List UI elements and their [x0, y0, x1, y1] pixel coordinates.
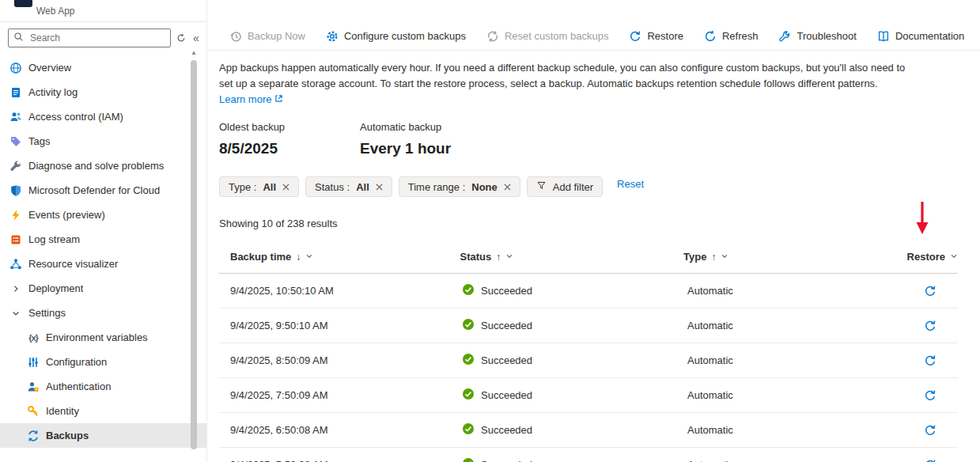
table-row[interactable]: 9/4/2025, 9:50:10 AM Succeeded Automatic — [219, 309, 958, 343]
sidebar-item-activity-log[interactable]: Activity log — [0, 80, 206, 104]
filter-bar: Type :All Status :All Time range :None — [219, 176, 961, 197]
type-cell: Automatic — [687, 354, 913, 366]
tag-icon — [9, 135, 22, 148]
column-header-restore[interactable]: Restore — [907, 251, 958, 263]
sidebar-item-events[interactable]: Events (preview) — [0, 203, 206, 227]
backup-time-cell: 9/4/2025, 6:50:08 AM — [230, 424, 462, 436]
backup-time-cell: 9/4/2025, 8:50:09 AM — [230, 354, 462, 366]
shield-icon — [9, 184, 22, 197]
sort-asc-icon: ↑ — [496, 252, 501, 263]
type-cell: Automatic — [687, 320, 913, 331]
sidebar-item-configuration[interactable]: Configuration — [0, 350, 206, 374]
reset-filters-link[interactable]: Reset — [617, 178, 644, 190]
success-check-icon — [462, 457, 475, 462]
table-row[interactable]: 9/4/2025, 5:50:08 AM Succeeded Automatic — [219, 448, 958, 462]
access-control-icon — [9, 111, 22, 123]
add-filter-button[interactable]: Add filter — [527, 176, 603, 197]
sidebar-item-diagnose[interactable]: Diagnose and solve problems — [0, 153, 206, 178]
remove-filter-icon[interactable] — [376, 184, 383, 191]
sidebar-item-access-control[interactable]: Access control (IAM) — [0, 104, 206, 129]
table-row[interactable]: 9/4/2025, 10:50:10 AM Succeeded Automati… — [219, 274, 958, 309]
column-header-status[interactable]: Status ↑ — [460, 251, 683, 263]
webapp-icon — [14, 0, 32, 7]
type-cell: Automatic — [687, 389, 913, 401]
sidebar-item-overview[interactable]: Overview — [0, 55, 206, 80]
filter-pill-status[interactable]: Status :All — [305, 176, 392, 197]
remove-filter-icon[interactable] — [504, 184, 511, 191]
status-cell: Succeeded — [462, 388, 687, 403]
sidebar-item-environment-variables[interactable]: {x} Environment variables — [0, 325, 206, 350]
sidebar-item-identity[interactable]: Identity — [0, 399, 206, 423]
row-restore-button[interactable] — [924, 320, 936, 332]
refresh-button[interactable]: Refresh — [704, 30, 759, 43]
success-check-icon — [462, 318, 475, 333]
resource-visualizer-icon — [9, 258, 22, 271]
book-icon — [877, 30, 890, 43]
backup-time-cell: 9/4/2025, 9:50:10 AM — [230, 320, 462, 331]
key-icon — [27, 405, 40, 418]
backup-time-cell: 9/4/2025, 10:50:10 AM — [230, 285, 462, 297]
table-row[interactable]: 9/4/2025, 7:50:09 AM Succeeded Automatic — [219, 378, 958, 413]
row-restore-button[interactable] — [924, 459, 936, 462]
backups-icon — [27, 430, 40, 442]
sidebar-item-resource-visualizer[interactable]: Resource visualizer — [0, 252, 206, 276]
type-cell: Automatic — [687, 424, 913, 436]
activity-log-icon — [9, 86, 22, 99]
resource-menu: Overview Activity log Access control (IA… — [0, 52, 206, 448]
menu-refresh-icon[interactable] — [175, 33, 187, 43]
filter-pill-type[interactable]: Type :All — [219, 176, 299, 197]
type-cell: Automatic — [687, 459, 913, 462]
sidebar-group-deployment[interactable]: Deployment — [0, 276, 206, 301]
oldest-backup-stat: Oldest backup 8/5/2025 — [219, 121, 360, 157]
column-header-type[interactable]: Type ↑ — [683, 251, 907, 263]
resource-title: Web App — [36, 6, 74, 17]
restore-cell — [913, 320, 958, 332]
remove-filter-icon[interactable] — [282, 184, 289, 191]
row-restore-button[interactable] — [924, 424, 936, 437]
external-link-icon — [274, 93, 283, 105]
globe-icon — [9, 62, 22, 74]
sidebar-item-tags[interactable]: Tags — [0, 129, 206, 153]
row-restore-button[interactable] — [924, 354, 936, 367]
chevron-down-icon — [950, 251, 958, 263]
row-restore-button[interactable] — [924, 389, 936, 402]
status-cell: Succeeded — [462, 457, 687, 462]
blade-content: App backups happen automatically every h… — [207, 51, 980, 462]
sidebar-item-defender[interactable]: Microsoft Defender for Cloud — [0, 178, 206, 203]
restore-button[interactable]: Restore — [629, 30, 683, 43]
backup-now-button[interactable]: Backup Now — [229, 30, 305, 43]
sidebar-scrollbar[interactable] — [191, 60, 197, 449]
table-row[interactable]: 9/4/2025, 8:50:09 AM Succeeded Automatic — [219, 343, 958, 378]
sort-desc-icon: ↓ — [296, 252, 301, 263]
filter-pill-time-range[interactable]: Time range :None — [399, 176, 520, 197]
column-header-backup-time[interactable]: Backup time ↓ — [230, 251, 460, 263]
configure-custom-backups-button[interactable]: Configure custom backups — [326, 30, 466, 43]
sidebar-item-log-stream[interactable]: Log stream — [0, 227, 206, 252]
search-input[interactable] — [28, 32, 165, 44]
sync-icon — [486, 30, 499, 43]
sliders-icon — [27, 356, 40, 369]
backup-time-cell: 9/4/2025, 5:50:08 AM — [230, 459, 462, 462]
learn-more-link[interactable]: Learn more — [219, 93, 283, 105]
restore-cell — [913, 354, 958, 367]
sidebar-group-settings[interactable]: Settings — [0, 301, 206, 325]
troubleshoot-button[interactable]: Troubleshoot — [778, 30, 856, 43]
red-annotation-arrow — [914, 201, 931, 237]
type-cell: Automatic — [687, 285, 913, 297]
reset-custom-backups-button[interactable]: Reset custom backups — [486, 30, 609, 43]
documentation-button[interactable]: Documentation — [877, 30, 964, 43]
sidebar-item-authentication[interactable]: Authentication — [0, 374, 206, 399]
collapse-menu-icon[interactable]: « — [191, 32, 201, 44]
refresh-icon — [704, 30, 717, 43]
lightning-icon — [9, 209, 22, 222]
search-icon — [13, 32, 24, 44]
table-header-row: Backup time ↓ Status ↑ Type ↑ — [219, 240, 958, 274]
restore-arrow-icon — [629, 30, 641, 43]
row-restore-button[interactable] — [924, 285, 936, 297]
restore-cell — [913, 389, 958, 402]
search-box[interactable] — [8, 28, 171, 47]
status-cell: Succeeded — [462, 422, 687, 437]
sidebar-item-backups[interactable]: Backups — [0, 423, 206, 448]
table-row[interactable]: 9/4/2025, 6:50:08 AM Succeeded Automatic — [219, 413, 958, 448]
scrollbar-up-arrow[interactable]: ▲ — [191, 49, 197, 56]
